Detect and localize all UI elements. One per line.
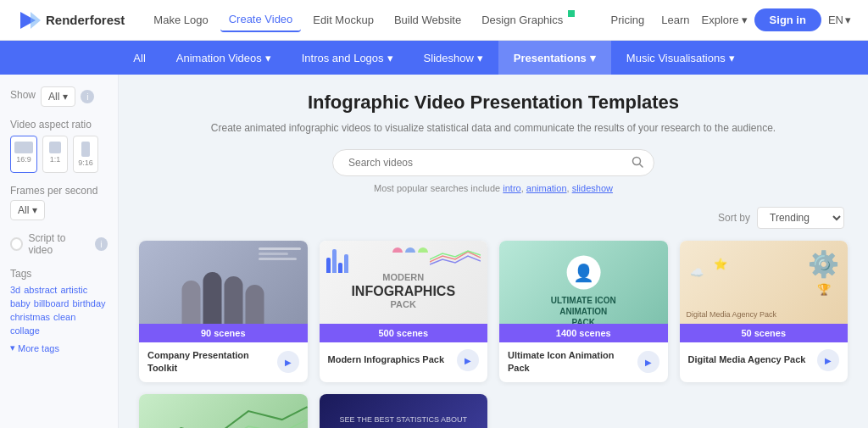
page-title: Infographic Video Presentation Templates xyxy=(139,92,848,114)
card-thumb-1: 90 scenes xyxy=(139,241,308,342)
aspect-16-9[interactable]: 16:9 xyxy=(10,136,37,173)
fps-label: Frames per second xyxy=(10,185,108,197)
card-title-3: Ultimate Icon Animation Pack xyxy=(508,349,637,375)
card-title-1: Company Presentation Toolkit xyxy=(147,349,277,375)
cat-nav-presentations[interactable]: Presentations ▾ xyxy=(498,41,611,75)
nav-design-graphics[interactable]: Design Graphics xyxy=(473,8,571,31)
scenes-badge-1: 90 scenes xyxy=(139,324,308,342)
aspect-ratio-label: Video aspect ratio xyxy=(10,119,108,131)
tag-baby[interactable]: baby xyxy=(10,298,31,308)
aspect-options: 16:9 1:1 9:16 xyxy=(10,136,108,173)
show-select[interactable]: All ▾ xyxy=(41,86,75,107)
sidebar: Show All ▾ i Video aspect ratio 16:9 1:1 xyxy=(0,75,119,428)
logo[interactable]: Renderforest xyxy=(17,8,125,32)
placeholder-card-3 xyxy=(499,394,668,428)
tag-birthday[interactable]: birthday xyxy=(72,298,105,308)
learn-link[interactable]: Learn xyxy=(656,10,694,30)
script-to-video-checkbox[interactable] xyxy=(10,237,23,251)
tag-billboard[interactable]: billboard xyxy=(34,298,70,308)
popular-link-animation[interactable]: animation xyxy=(526,183,567,193)
cat-nav-slideshow[interactable]: Slideshow ▾ xyxy=(409,41,498,75)
new-badge xyxy=(568,10,575,17)
tag-artistic[interactable]: artistic xyxy=(60,285,87,295)
script-to-video-row: Script to video i xyxy=(10,232,108,256)
play-button-3[interactable]: ▶ xyxy=(637,351,659,373)
nav-right: Pricing Learn Explore ▾ Sign in EN ▾ xyxy=(606,8,851,31)
search-input[interactable] xyxy=(343,150,632,175)
play-button-4[interactable]: ▶ xyxy=(817,349,839,371)
sort-select[interactable]: Trending xyxy=(757,207,844,229)
chevron-down-icon: ▾ xyxy=(477,52,483,64)
card-bottom-4: Digital Media Agency Pack ▶ xyxy=(680,342,849,378)
pricing-link[interactable]: Pricing xyxy=(606,10,650,30)
chevron-down-icon: ▾ xyxy=(742,14,748,26)
svg-line-3 xyxy=(640,164,643,167)
nav-create-video[interactable]: Create Video xyxy=(220,8,302,32)
card-thumb-6: SEE THE BEST STATISTICS ABOUT SOCIAL MED… xyxy=(320,394,488,428)
cat-nav-music[interactable]: Music Visualisations ▾ xyxy=(611,41,750,75)
popular-link-slideshow[interactable]: slideshow xyxy=(572,183,613,193)
logo-text: Renderforest xyxy=(46,13,125,27)
tag-christmas[interactable]: christmas xyxy=(10,312,50,322)
show-label: Show xyxy=(10,89,36,101)
aspect-rect-icon xyxy=(49,142,61,153)
more-tags-button[interactable]: ▾ More tags xyxy=(10,342,108,353)
aspect-rect-icon xyxy=(14,142,33,153)
fps-select[interactable]: All ▾ xyxy=(10,200,45,220)
page-subtitle: Create animated infographic videos to vi… xyxy=(139,120,848,136)
template-card-2[interactable]: MODERN INFOGRAPHICS PACK 500 scenes Mode… xyxy=(320,241,488,382)
card-thumb-4: ⚙️ ☁️ ⭐ 🏆 Digital Media Agency Pack 50 s… xyxy=(680,241,849,342)
chevron-down-icon: ▾ xyxy=(265,52,271,64)
chevron-down-icon: ▾ xyxy=(63,91,68,103)
tags-section: Tags 3d abstract artistic baby billboard… xyxy=(10,268,108,353)
explore-button[interactable]: Explore ▾ xyxy=(702,14,748,26)
chevron-down-icon: ▾ xyxy=(845,14,851,26)
play-button-1[interactable]: ▶ xyxy=(277,351,299,373)
card-bottom-1: Company Presentation Toolkit ▶ xyxy=(139,342,308,382)
chart-icon xyxy=(139,394,308,428)
sort-label: Sort by xyxy=(718,212,750,224)
card-thumb-5 xyxy=(139,394,308,428)
show-info-icon[interactable]: i xyxy=(81,90,94,103)
nav-edit-mockup[interactable]: Edit Mockup xyxy=(304,8,382,31)
template-card-5[interactable] xyxy=(139,394,308,428)
sign-in-button[interactable]: Sign in xyxy=(754,8,821,31)
diploma-icon: 🏆 xyxy=(817,283,831,296)
template-card-1[interactable]: 90 scenes Company Presentation Toolkit ▶ xyxy=(139,241,308,382)
card-title-4: Digital Media Agency Pack xyxy=(688,353,818,366)
card-bottom-2: Modern Infographics Pack ▶ xyxy=(320,342,488,378)
play-button-2[interactable]: ▶ xyxy=(457,349,479,371)
popular-link-intro[interactable]: intro xyxy=(503,183,520,193)
logo-icon xyxy=(17,8,41,32)
cat-nav-all[interactable]: All xyxy=(118,41,160,75)
search-button[interactable] xyxy=(632,156,643,170)
tag-clean[interactable]: clean xyxy=(53,312,75,322)
language-selector[interactable]: EN ▾ xyxy=(828,14,851,26)
person-icon xyxy=(225,276,243,327)
dma-text: Digital Media Agency Pack xyxy=(687,309,777,320)
chevron-down-icon: ▾ xyxy=(729,52,735,64)
cat-nav-intros[interactable]: Intros and Logos ▾ xyxy=(287,41,409,75)
chevron-down-icon: ▾ xyxy=(10,342,15,353)
tag-collage[interactable]: collage xyxy=(10,325,40,336)
template-card-6[interactable]: SEE THE BEST STATISTICS ABOUT SOCIAL MED… xyxy=(320,394,488,428)
content-area: Infographic Video Presentation Templates… xyxy=(119,75,868,428)
person-icon xyxy=(182,281,201,327)
cat-nav-animation[interactable]: Animation Videos ▾ xyxy=(161,41,287,75)
card-thumb-3: 👤 ULTIMATE ICONANIMATIONPACK 1400 scenes xyxy=(499,241,668,342)
top-navigation: Renderforest Make Logo Create Video Edit… xyxy=(0,0,868,41)
nav-build-website[interactable]: Build Website xyxy=(386,8,470,31)
icon-circle: 👤 xyxy=(566,256,600,290)
aspect-9-16[interactable]: 9:16 xyxy=(73,136,98,173)
aspect-1-1[interactable]: 1:1 xyxy=(42,136,68,173)
person-icon xyxy=(203,272,222,327)
see-best-text: SEE THE BEST STATISTICS ABOUT xyxy=(340,415,467,424)
script-info-icon[interactable]: i xyxy=(95,237,108,251)
card-thumb-2: MODERN INFOGRAPHICS PACK 500 scenes xyxy=(320,241,488,342)
tag-3d[interactable]: 3d xyxy=(10,285,20,295)
tag-abstract[interactable]: abstract xyxy=(24,285,57,295)
template-card-4[interactable]: ⚙️ ☁️ ⭐ 🏆 Digital Media Agency Pack 50 s… xyxy=(680,241,849,382)
nav-make-logo[interactable]: Make Logo xyxy=(145,8,216,31)
tags-title: Tags xyxy=(10,268,108,280)
template-card-3[interactable]: 👤 ULTIMATE ICONANIMATIONPACK 1400 scenes… xyxy=(499,241,668,382)
